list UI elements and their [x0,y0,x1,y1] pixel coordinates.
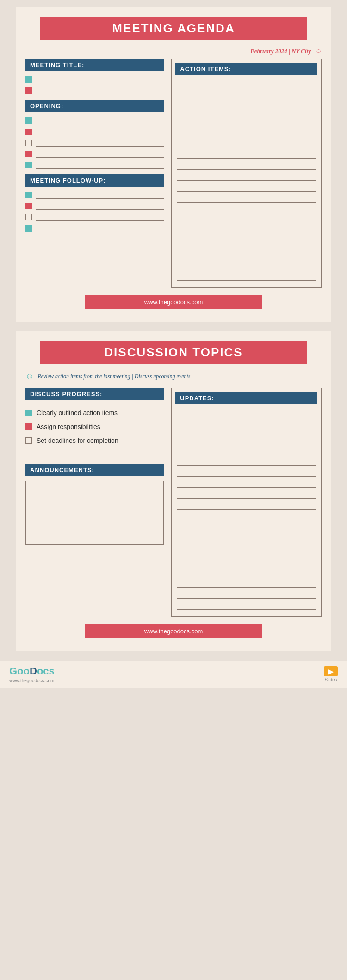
update-line [177,500,316,510]
disc-item-text-2: Assign responsibilities [37,423,100,431]
line-1 [36,76,164,83]
followup-checkbox-3 [25,214,32,220]
update-line [177,522,316,532]
action-line [177,248,316,258]
line-2 [36,87,164,94]
action-line [177,226,316,236]
update-line [177,511,316,521]
open-checkbox-4 [25,151,32,157]
update-line [177,455,316,466]
update-line [177,444,316,454]
followup-header: MEETING FOLLOW-UP: [25,174,164,187]
open-row-4 [25,150,164,158]
disc-item-1: Clearly outlined action items [25,409,164,417]
action-line [177,237,316,247]
followup-row-2 [25,202,164,210]
action-line [177,193,316,203]
disc-item-text-1: Clearly outlined action items [37,409,118,417]
open-checkbox-5 [25,162,32,168]
meta-line: February 2024 | NY City ☺ [25,48,322,55]
update-line [177,566,316,576]
action-line [177,159,316,170]
ann-line [30,529,160,539]
footer-url-1: www.thegoodocs.com [85,295,262,309]
footer-url-2: www.thegoodocs.com [85,624,262,638]
ann-line [30,518,160,528]
update-line [177,533,316,543]
action-line [177,126,316,136]
action-line [177,171,316,181]
action-items-header: ACTION ITEMS: [175,63,317,75]
disc-checkbox-2 [25,423,32,430]
goodocs-website: www.thegoodocs.com [9,678,55,683]
disc-item-2: Assign responsibilities [25,423,164,431]
update-line [177,588,316,599]
update-line [177,478,316,488]
slides-icon-box: ▶ [324,666,338,676]
action-line [177,93,316,103]
action-line [177,204,316,214]
open-row-1 [25,117,164,124]
action-line [177,148,316,159]
update-line [177,489,316,499]
update-line [177,544,316,554]
disc-item-text-3: Set deadlines for completion [37,436,118,445]
page2-title: DISCUSSION TOPICS [40,341,307,364]
updates-lines [175,409,317,612]
update-line [177,433,316,443]
action-line [177,137,316,147]
subtitle-line: ☺ Review action items from the last meet… [25,372,322,381]
followup-row-4 [25,225,164,232]
ann-line [30,496,160,506]
action-line [177,104,316,114]
slides-label: Slides [324,677,337,682]
logo-d: D [30,665,37,677]
meeting-title-header: MEETING TITLE: [25,59,164,71]
followup-checkbox-1 [25,192,32,198]
update-line [177,600,316,610]
ann-line [30,485,160,495]
branding-bar: GooDocs www.thegoodocs.com ▶ Slides [0,661,347,688]
update-line [177,555,316,565]
checkbox-teal-1 [25,76,32,83]
followup-checkbox-4 [25,225,32,232]
updates-header: UPDATES: [175,392,317,404]
update-line [177,411,316,421]
discuss-header: DISCUSS PROGRESS: [25,388,164,400]
update-line [177,577,316,588]
opening-header: OPENING: [25,100,164,112]
title-check-row-2 [25,87,164,94]
meta-text: February 2024 | NY City [250,48,311,55]
open-row-2 [25,128,164,135]
disc-checkbox-1 [25,410,32,416]
open-checkbox-2 [25,129,32,135]
followup-row-3 [25,214,164,221]
checkbox-red-1 [25,87,32,94]
action-line [177,182,316,192]
open-row-3 [25,139,164,147]
followup-checkbox-2 [25,203,32,209]
smiley-icon: ☺ [25,372,34,381]
action-line [177,270,316,281]
goodocs-logo: GooDocs [9,665,55,677]
logo-part1: Goo [9,665,30,677]
disc-item-3: Set deadlines for completion [25,436,164,445]
title-check-row-1 [25,76,164,83]
disc-checkbox-3 [25,437,32,444]
open-row-5 [25,161,164,169]
action-line [177,82,316,92]
page1-title: MEETING AGENDA [40,17,307,40]
action-items-lines [175,80,317,283]
announcements-header: ANNOUNCEMENTS: [25,464,164,476]
logo-part2: ocs [37,665,55,677]
goodocs-branding: GooDocs www.thegoodocs.com [9,665,55,683]
open-checkbox-1 [25,117,32,124]
update-line [177,466,316,477]
update-line [177,422,316,432]
subtitle-text: Review action items from the last meetin… [37,373,190,380]
discussion-items: Clearly outlined action items Assign res… [25,405,164,454]
open-checkbox-3 [25,140,32,146]
followup-row-1 [25,191,164,199]
announcements-area [25,481,164,545]
action-line [177,259,316,270]
